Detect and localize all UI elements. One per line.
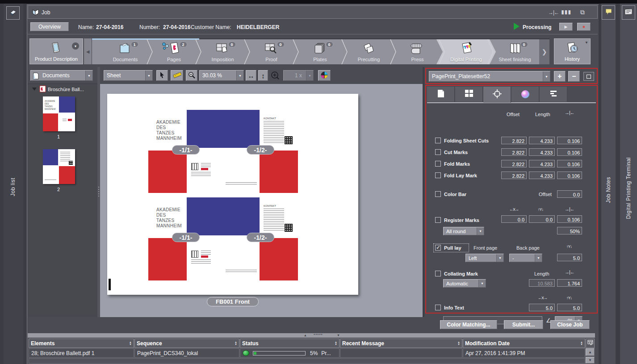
length-field[interactable] <box>529 172 555 179</box>
table-config-button[interactable] <box>586 339 595 348</box>
close-job-button[interactable]: Close Job <box>550 320 590 329</box>
offset-field[interactable] <box>501 172 527 179</box>
width-field[interactable] <box>557 137 582 144</box>
column-header-recent-message[interactable]: Recent Message▲▼ <box>340 339 462 348</box>
remove-device-button[interactable]: − <box>568 71 580 82</box>
column-header-sequence[interactable]: Sequence▲▼ <box>134 339 239 348</box>
pull-lay-y-field[interactable] <box>557 254 582 261</box>
color-bar-checkbox[interactable] <box>435 191 441 197</box>
color-registration-button[interactable] <box>318 70 331 81</box>
color-matching-button[interactable]: Color Matching... <box>440 320 497 329</box>
sort-icon[interactable]: ▲▼ <box>235 341 237 346</box>
collating-width-field[interactable] <box>557 279 582 287</box>
overview-button[interactable]: Overview <box>30 22 69 31</box>
offset-field[interactable] <box>501 160 527 167</box>
width-field[interactable] <box>557 172 582 179</box>
collating-mark-checkbox[interactable] <box>435 271 441 276</box>
float-window-icon[interactable]: ⧉ <box>580 8 585 16</box>
table-scroll-up[interactable]: ▲ <box>586 348 595 356</box>
register-width-field[interactable] <box>557 215 582 223</box>
step-pages[interactable]: 2 Pages <box>150 39 198 64</box>
device-select[interactable]: PagePrint_Platesetter52 ▼ <box>429 71 550 82</box>
zoom-tool-button[interactable] <box>186 70 197 81</box>
detach-panel-button[interactable] <box>583 72 594 81</box>
step-proof[interactable]: 0 Proof <box>247 39 296 64</box>
table-scroll-down[interactable]: ▼ <box>586 357 595 364</box>
tab-output[interactable] <box>540 87 567 102</box>
bottom-splitter[interactable]: ▲ ••••• ▼ <box>28 333 595 338</box>
measure-tool-button[interactable] <box>171 70 183 81</box>
view-mode-select[interactable]: Sheet ▼ <box>104 70 153 81</box>
cell-recent-message[interactable] <box>340 348 462 358</box>
panels-icon[interactable]: ▮▮▮ <box>561 9 571 15</box>
fit-width-button[interactable]: ↔ <box>246 70 256 81</box>
job-notes-tab[interactable]: Job Notes <box>605 177 612 203</box>
panel-view-select[interactable]: Documents ▼ <box>30 70 93 81</box>
history-step[interactable]: ▼ History <box>554 38 591 64</box>
sort-icon[interactable]: ▲▼ <box>335 341 337 346</box>
page-thumbnail-1[interactable]: AKADEMIEDESTANZESMANNHEIM <box>43 96 75 131</box>
job-list-tab[interactable]: Job list <box>10 178 16 196</box>
splitter-collapse-down[interactable]: ▼ <box>337 334 340 337</box>
cell-modification-date[interactable]: Apr 27, 2016 1:41:39 PM <box>463 348 585 358</box>
step-precutting[interactable]: Precutting <box>344 39 393 64</box>
step-digital-printing[interactable]: Digital Printing <box>442 39 490 64</box>
offset-field[interactable] <box>501 148 527 156</box>
folding-sheet-cuts-checkbox[interactable] <box>435 138 441 143</box>
tab-color[interactable] <box>511 87 539 102</box>
pull-lay-checkbox[interactable] <box>435 245 441 251</box>
dpt-button[interactable] <box>622 5 635 20</box>
width-field[interactable] <box>557 160 582 167</box>
register-style-select[interactable]: All round ▼ <box>443 227 484 235</box>
step-imposition[interactable]: 0 Imposition <box>198 39 247 64</box>
product-description-menu-button[interactable]: ▼ <box>72 42 79 50</box>
sort-icon[interactable]: ▲▼ <box>580 341 583 346</box>
steps-collapse-notch[interactable]: ◀ <box>84 38 92 64</box>
cut-marks-checkbox[interactable] <box>435 149 441 155</box>
register-x-field[interactable] <box>501 215 527 223</box>
info-text-y-field[interactable] <box>557 304 582 311</box>
info-text-checkbox[interactable] <box>435 305 441 310</box>
step-documents[interactable]: 1 Documents <box>101 39 150 64</box>
tab-imposition-scheme[interactable] <box>455 87 483 102</box>
tree-expander-icon[interactable] <box>32 88 37 91</box>
job-notes-button[interactable] <box>602 5 615 20</box>
pointer-tool-button[interactable] <box>156 70 168 81</box>
pull-lay-back-select[interactable]: - ▼ <box>509 254 542 262</box>
step-sheet-finishing[interactable]: 0 Sheet finishing <box>490 39 539 64</box>
pull-lay-front-select[interactable]: Left ▼ <box>465 254 504 262</box>
start-processing-button[interactable]: ▶ <box>559 23 573 31</box>
sheet-preview-viewport[interactable]: AKADEMIEDESTANZESMANNHEIM KONTAKT -1/1- … <box>100 84 423 317</box>
collating-mode-select[interactable]: Automatic ▼ <box>443 279 486 288</box>
column-header-status[interactable]: Status▲▼ <box>240 339 339 348</box>
sort-icon[interactable]: ▲▼ <box>457 341 460 346</box>
tab-sheet[interactable] <box>427 87 455 102</box>
length-field[interactable] <box>529 148 555 156</box>
length-field[interactable] <box>529 160 555 167</box>
offset-field[interactable] <box>501 137 527 144</box>
width-field[interactable] <box>557 148 582 156</box>
dpt-tab[interactable]: Digital Printing Terminal <box>625 157 632 219</box>
cell-status[interactable]: 5% Pr... <box>240 348 339 358</box>
submit-button[interactable]: Submit... <box>504 320 543 329</box>
fold-lay-mark-checkbox[interactable] <box>435 172 441 178</box>
collapse-panel-icon[interactable]: →|← <box>548 9 559 16</box>
step-plates[interactable]: 0 Plates <box>296 39 344 64</box>
splitter-collapse-up[interactable]: ▲ <box>304 334 307 337</box>
sort-icon[interactable]: ▲▼ <box>129 341 132 346</box>
register-intensity-field[interactable] <box>557 227 582 234</box>
zoom-step-icon[interactable] <box>271 71 279 81</box>
stop-processing-button[interactable]: ■ <box>577 23 591 31</box>
color-bar-offset-field[interactable] <box>557 190 582 198</box>
job-list-button[interactable] <box>6 6 20 20</box>
fold-marks-checkbox[interactable] <box>435 161 441 167</box>
cell-elements[interactable]: 28; Broschüre Ballett.pdf 1 <box>29 348 134 358</box>
history-menu-arrow[interactable]: ▼ <box>585 41 588 45</box>
step-press[interactable]: Press <box>393 39 442 64</box>
page-thumbnail-2[interactable] <box>43 149 75 184</box>
length-field[interactable] <box>529 137 555 144</box>
register-y-field[interactable] <box>529 215 555 223</box>
info-text-x-field[interactable] <box>529 304 555 311</box>
tree-document-label[interactable]: Broschüre Ball... <box>48 87 84 92</box>
steps-scroll-right[interactable]: ❯ <box>539 39 549 64</box>
